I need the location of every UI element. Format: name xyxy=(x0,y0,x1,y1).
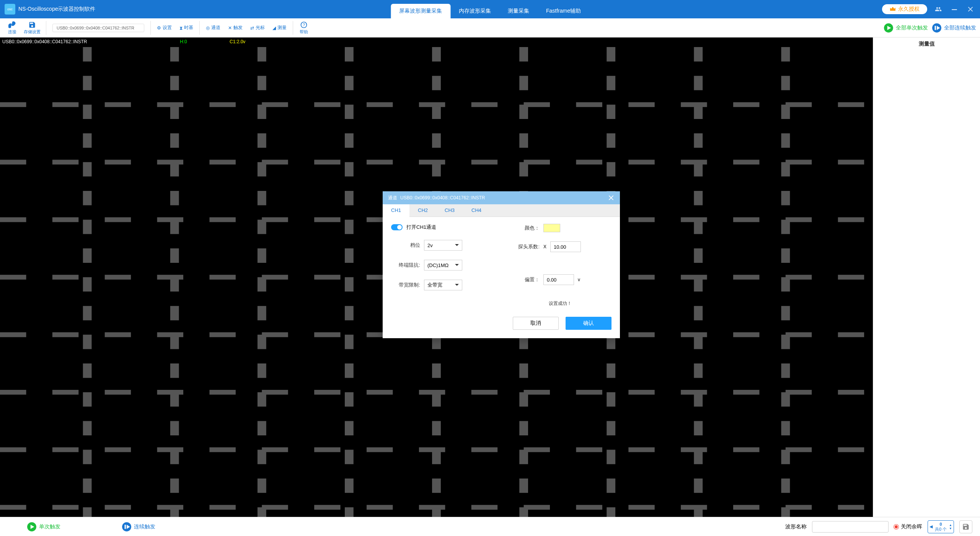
cursor-button[interactable]: ⇄光标 xyxy=(246,23,269,33)
users-icon[interactable] xyxy=(933,4,943,14)
impedance-label: 终端阻抗: xyxy=(391,262,420,269)
gear-select[interactable]: 2v xyxy=(424,240,462,251)
frame-counter[interactable]: ◀ 0 共0 个 ▲ ▼ xyxy=(928,520,954,533)
afterglow-toggle[interactable]: 关闭余晖 xyxy=(894,523,922,530)
waveform-name-label: 波形名称 xyxy=(785,523,807,530)
ok-button[interactable]: 确认 xyxy=(566,317,611,330)
offset-input[interactable] xyxy=(543,274,574,285)
dialog-close-button[interactable] xyxy=(608,194,615,201)
chevron-left-icon[interactable]: ◀ xyxy=(929,524,933,529)
offset-unit: v xyxy=(578,277,580,282)
play-icon xyxy=(884,23,894,33)
svg-rect-25 xyxy=(125,525,126,529)
dialog-tab-ch4[interactable]: CH4 xyxy=(463,204,490,217)
play-pause-icon xyxy=(122,522,132,532)
close-button[interactable] xyxy=(965,4,975,14)
probe-factor-input[interactable] xyxy=(550,241,581,252)
trigger-icon: ✕ xyxy=(228,25,232,31)
caret-down-icon xyxy=(455,264,459,268)
play-icon xyxy=(27,522,37,532)
dialog-title-prefix: 通道 xyxy=(388,195,397,201)
trigger-button[interactable]: ✕触发 xyxy=(224,23,246,33)
channel-icon: ◎ xyxy=(206,25,210,31)
timebase-button[interactable]: ⧗时基 xyxy=(176,23,197,33)
caret-down-icon xyxy=(455,284,459,288)
tab-fastframe[interactable]: Fastframe辅助 xyxy=(538,4,589,18)
dialog-tab-ch3[interactable]: CH3 xyxy=(436,204,463,217)
save-icon xyxy=(28,21,36,29)
dialog-title-addr: USB0::0x0699::0x0408::C041762::INSTR xyxy=(400,195,485,200)
toolbar: 连接 存储设置 USB0::0x0699::0x0408::C041762::I… xyxy=(0,18,980,37)
license-badge[interactable]: 永久授权 xyxy=(882,4,927,14)
tab-memory-waveform[interactable]: 内存波形采集 xyxy=(450,4,499,18)
storage-button[interactable]: 存储设置 xyxy=(21,20,44,36)
color-picker[interactable] xyxy=(543,224,560,232)
single-trigger-button[interactable]: 单次触发 xyxy=(27,522,60,532)
continuous-trigger-button[interactable]: 连续触发 xyxy=(122,522,155,532)
offset-label: 偏置： xyxy=(509,276,540,283)
disk-icon xyxy=(962,523,970,531)
ruler-icon: ◢ xyxy=(272,25,276,31)
app-icon: osc xyxy=(5,4,15,15)
dialog-tab-ch2[interactable]: CH2 xyxy=(409,204,436,217)
channel-enable-label: 打开CH1通道 xyxy=(406,224,436,231)
link-icon xyxy=(8,21,16,29)
titlebar: osc NS-Oscilloscope示波器控制软件 屏幕波形测量采集 内存波形… xyxy=(0,0,980,18)
bandwidth-label: 带宽限制: xyxy=(391,282,420,288)
timebase-icon: ⧗ xyxy=(179,25,183,31)
all-single-trigger-button[interactable]: 全部单次触发 xyxy=(884,23,928,33)
color-label: 颜色： xyxy=(509,225,540,231)
help-icon: ? xyxy=(300,21,308,29)
gear-icon: ⚙ xyxy=(157,25,161,31)
titlebar-right: 永久授权 xyxy=(882,4,975,14)
license-text: 永久授权 xyxy=(898,6,920,13)
tab-measure-acquire[interactable]: 测量采集 xyxy=(499,4,538,18)
channel-dialog: 通道 USB0::0x0699::0x0408::C041762::INSTR … xyxy=(383,191,620,338)
save-disk-button[interactable] xyxy=(959,520,972,533)
dialog-titlebar[interactable]: 通道 USB0::0x0699::0x0408::C041762::INSTR xyxy=(383,191,620,204)
crown-icon xyxy=(890,7,896,12)
all-continuous-trigger-button[interactable]: 全部连续触发 xyxy=(932,23,976,33)
probe-prefix: X xyxy=(543,244,546,249)
dialog-tab-ch1[interactable]: CH1 xyxy=(383,204,409,217)
svg-rect-0 xyxy=(952,9,957,10)
settings-button[interactable]: ⚙设置 xyxy=(153,23,176,33)
device-address-display: USB0::0x0699::0x0408::C041762::INSTR xyxy=(52,24,144,32)
channel-button[interactable]: ◎通道 xyxy=(202,23,224,33)
chevron-down-icon[interactable]: ▼ xyxy=(949,527,952,530)
bandwidth-select[interactable]: 全带宽 xyxy=(424,280,462,290)
gear-label: 档位 xyxy=(391,242,420,249)
app-title: NS-Oscilloscope示波器控制软件 xyxy=(18,6,95,13)
measurement-panel-title: 测量值 xyxy=(876,41,977,47)
impedance-select[interactable]: (DC)1MΩ xyxy=(424,260,462,270)
connect-button[interactable]: 连接 xyxy=(4,20,21,36)
cursor-icon: ⇄ xyxy=(250,25,254,31)
svg-text:?: ? xyxy=(303,23,305,27)
waveform-name-input[interactable] xyxy=(812,521,889,533)
cancel-button[interactable]: 取消 xyxy=(513,317,559,330)
measurement-panel: 测量值 xyxy=(873,37,980,517)
footer: 单次触发 连续触发 波形名称 关闭余晖 ◀ 0 共0 个 ▲ ▼ xyxy=(0,517,980,536)
play-pause-icon xyxy=(932,23,942,33)
help-button[interactable]: ? 帮助 xyxy=(295,20,312,36)
channel-enable-toggle[interactable] xyxy=(391,224,403,230)
dialog-tabs: CH1 CH2 CH3 CH4 xyxy=(383,204,620,217)
caret-down-icon xyxy=(455,244,459,248)
measure-button[interactable]: ◢测量 xyxy=(269,23,290,33)
svg-rect-5 xyxy=(935,26,936,30)
dialog-status-text: 设置成功！ xyxy=(509,300,611,307)
tab-screen-waveform[interactable]: 屏幕波形测量采集 xyxy=(391,4,450,18)
minimize-button[interactable] xyxy=(949,4,959,14)
probe-label: 探头系数: xyxy=(509,243,540,250)
top-tabs: 屏幕波形测量采集 内存波形采集 测量采集 Fastframe辅助 xyxy=(391,0,589,18)
record-dot-icon xyxy=(894,525,898,529)
chevron-up-icon[interactable]: ▲ xyxy=(949,523,952,527)
